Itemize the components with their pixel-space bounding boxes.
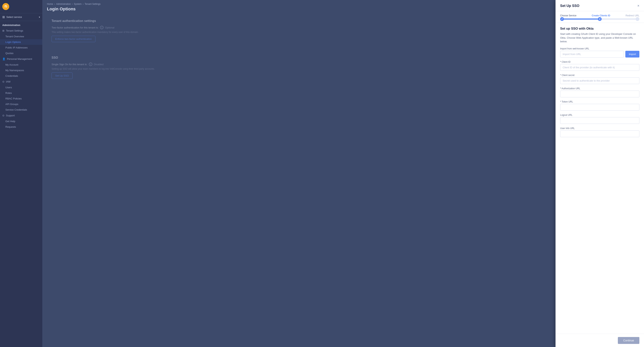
sidebar-item-my-account[interactable]: My Account <box>0 62 42 68</box>
close-button[interactable]: × <box>637 4 640 8</box>
sidebar-item-tenant-overview[interactable]: Tenant Overview <box>0 34 42 39</box>
info-icon-sso: i <box>89 62 92 66</box>
grid-small-icon: ⊞ <box>2 29 4 32</box>
token-url-group: * Token URL <box>560 100 640 110</box>
import-url-label: Import from well-known URL <box>560 47 640 50</box>
administration-section-title: Administration <box>0 21 42 28</box>
sidebar-item-users[interactable]: Users <box>0 85 42 90</box>
sidebar-item-login-options[interactable]: Login Options <box>0 39 42 45</box>
sso-overlay: Set Up SSO × Choose Service Create Clien… <box>556 0 644 347</box>
step1-dot: ✓ <box>560 17 564 21</box>
personal-management-group[interactable]: 👤 Personal Management <box>0 56 42 62</box>
tenant-settings-group[interactable]: ⊞ Tenant Settings <box>0 28 42 34</box>
sidebar-item-rbac-policies[interactable]: RBAC Policies <box>0 96 42 101</box>
logo-icon: f5 <box>2 3 9 10</box>
overlay-footer: Continue <box>556 334 644 347</box>
support-label: Support <box>6 114 15 117</box>
grid-icon: ⊞ <box>2 15 5 19</box>
person-icon: 👤 <box>2 58 6 60</box>
step2-label: Create Clients ID <box>592 14 610 17</box>
stepper-fill <box>560 18 600 20</box>
stepper-labels: Choose Service Create Clients ID Redirec… <box>560 14 640 17</box>
client-id-label: * Client ID <box>560 60 640 63</box>
tenant-settings-label: Tenant Settings <box>6 29 23 32</box>
two-factor-label: Two-factor authentication for this tenan… <box>52 26 98 29</box>
sidebar: f5 ⊞ Select service ▾ Administration ⊞ T… <box>0 0 42 347</box>
breadcrumb-home[interactable]: Home <box>47 3 53 6</box>
sidebar-item-quotas[interactable]: Quotas <box>0 50 42 56</box>
client-secret-group: * Client secret <box>560 74 640 84</box>
service-selector[interactable]: ⊞ Select service ▾ <box>0 13 42 21</box>
import-url-input[interactable] <box>560 51 624 58</box>
authorization-url-group: * Authorization URL <box>560 87 640 97</box>
step2-dot: 2 <box>598 17 602 21</box>
user-info-url-input[interactable] <box>560 130 640 137</box>
breadcrumb-system[interactable]: System <box>74 3 82 6</box>
logo-area: f5 <box>0 0 42 13</box>
token-url-input[interactable] <box>560 104 640 110</box>
iam-label: IAM <box>6 80 10 83</box>
step3-dot <box>636 17 640 21</box>
main-content: Home › Administration › System › Tenant … <box>42 0 644 347</box>
personal-management-label: Personal Management <box>7 58 32 60</box>
two-factor-desc: This setting makes two-factor authentica… <box>52 31 635 34</box>
sso-card: SSO Single Sign On for this tenant is: i… <box>47 51 640 84</box>
sidebar-item-my-namespaces[interactable]: My Namespaces <box>0 68 42 73</box>
sidebar-item-requests[interactable]: Requests <box>0 124 42 130</box>
client-secret-input[interactable] <box>560 77 640 84</box>
user-info-url-label: User Info URL <box>560 127 640 130</box>
info-icon: i <box>100 26 104 29</box>
two-factor-row: Two-factor authentication for this tenan… <box>52 26 635 29</box>
sidebar-item-public-ip[interactable]: Public IP Addresses <box>0 45 42 50</box>
import-button[interactable]: Import <box>625 51 640 58</box>
support-group[interactable]: ⊙ Support <box>0 112 42 118</box>
content-area: Tenant authentication settings Two-facto… <box>42 14 644 347</box>
checkmark-icon: ✓ <box>561 18 563 20</box>
authorization-url-input[interactable] <box>560 90 640 97</box>
auth-settings-card: Tenant authentication settings Two-facto… <box>47 14 640 47</box>
overlay-title: Set Up SSO <box>560 4 579 8</box>
two-factor-status: Optional <box>105 26 114 29</box>
overlay-section-title: Set up SSO with Okta <box>560 27 640 30</box>
iam-group[interactable]: ⊙ IAM <box>0 79 42 85</box>
sidebar-item-service-credentials[interactable]: Service Credentials <box>0 107 42 112</box>
breadcrumb: Home › Administration › System › Tenant … <box>42 0 644 6</box>
token-url-label: * Token URL <box>560 100 640 103</box>
sso-title: SSO <box>52 56 635 60</box>
client-id-group: * Client ID <box>560 60 640 71</box>
service-selector-label: Select service <box>6 16 22 18</box>
step3-label: Redirect URL <box>626 14 640 17</box>
breadcrumb-current: Tenant Settings <box>85 3 100 6</box>
support-icon: ⊙ <box>2 114 4 117</box>
client-id-input[interactable] <box>560 64 640 71</box>
overlay-header: Set Up SSO × <box>556 0 644 11</box>
breadcrumb-administration[interactable]: Administration <box>56 3 71 6</box>
stepper: Choose Service Create Clients ID Redirec… <box>556 11 644 23</box>
sidebar-item-get-help[interactable]: Get Help <box>0 118 42 124</box>
enforce-two-factor-button[interactable]: Enforce two-factor authentication <box>52 36 96 42</box>
user-info-url-group: User Info URL <box>560 127 640 137</box>
sidebar-item-roles[interactable]: Roles <box>0 90 42 96</box>
import-url-group: Import from well-known URL Import <box>560 47 640 58</box>
client-secret-label: * Client secret <box>560 74 640 76</box>
page-title: Login Options <box>42 6 644 14</box>
sso-desc: Setting up SSO will allow your team memb… <box>52 68 635 70</box>
sidebar-item-credentials[interactable]: Credentials <box>0 73 42 79</box>
logout-url-group: Logout URL <box>560 114 640 124</box>
overlay-description: Start with creating OAuth Client ID usin… <box>560 32 640 44</box>
import-row: Import <box>560 51 640 58</box>
continue-button[interactable]: Continue <box>618 337 640 344</box>
overlay-body: Set up SSO with Okta Start with creating… <box>556 23 644 334</box>
sso-status: Disabled <box>94 63 104 66</box>
step1-label: Choose Service <box>560 14 576 17</box>
stepper-track: ✓ 2 <box>560 18 640 20</box>
chevron-down-icon: ▾ <box>39 16 40 18</box>
set-up-sso-button[interactable]: Set Up SSO <box>52 72 72 79</box>
logout-url-label: Logout URL <box>560 114 640 116</box>
auth-settings-title: Tenant authentication settings <box>52 19 635 23</box>
sidebar-item-api-groups[interactable]: API Groups <box>0 101 42 107</box>
iam-icon: ⊙ <box>2 80 4 83</box>
sso-status-row: Single Sign On for this tenant is: i Dis… <box>52 62 635 66</box>
logout-url-input[interactable] <box>560 117 640 124</box>
sso-label: Single Sign On for this tenant is: <box>52 63 87 66</box>
